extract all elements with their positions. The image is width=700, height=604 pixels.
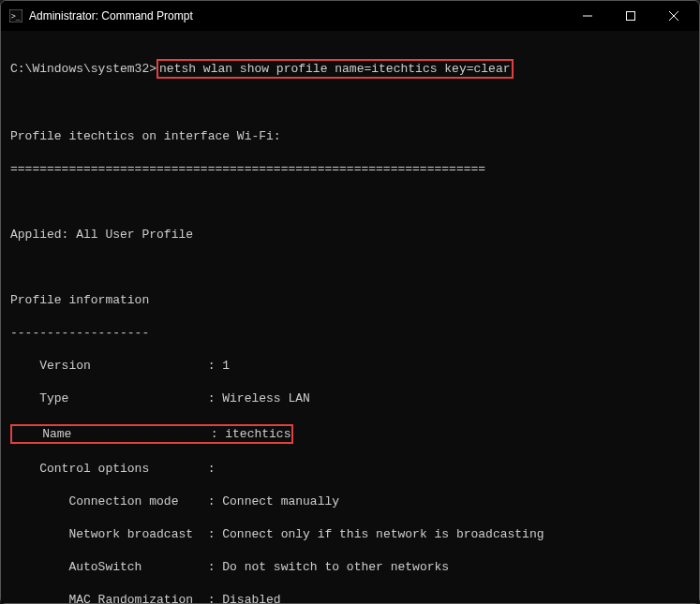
terminal-output[interactable]: C:\Windows\system32>netsh wlan show prof… (1, 31, 699, 603)
prompt: C:\Windows\system32> (10, 62, 156, 76)
info-row: Control options : (10, 461, 690, 478)
command-highlight: netsh wlan show profile name=itechtics k… (156, 59, 513, 80)
titlebar[interactable]: >_ Administrator: Command Prompt (1, 1, 699, 31)
svg-text:>_: >_ (11, 12, 21, 21)
separator: ========================================… (10, 161, 690, 178)
info-row: Type : Wireless LAN (10, 390, 690, 407)
cmd-icon: >_ (8, 8, 23, 23)
info-row: AutoSwitch : Do not switch to other netw… (10, 559, 690, 576)
command-line: C:\Windows\system32>netsh wlan show prof… (10, 59, 690, 80)
close-button[interactable] (652, 1, 695, 31)
profile-header: Profile itechtics on interface Wi-Fi: (10, 128, 690, 145)
blank-line (10, 259, 690, 276)
blank-line (10, 194, 690, 211)
window-title: Administrator: Command Prompt (29, 9, 566, 22)
blank-line (10, 96, 690, 112)
info-row: Connection mode : Connect manually (10, 494, 690, 510)
info-row: MAC Randomization : Disabled (10, 592, 690, 603)
svg-rect-3 (627, 12, 635, 21)
info-row: Version : 1 (10, 358, 690, 375)
applied-line: Applied: All User Profile (10, 227, 690, 243)
section-dashes: ------------------- (10, 325, 690, 342)
section-title: Profile information (10, 292, 690, 309)
maximize-button[interactable] (609, 1, 652, 31)
command-prompt-window: >_ Administrator: Command Prompt C:\Wind… (0, 0, 700, 604)
info-row-highlighted: Name : itechtics (10, 424, 690, 445)
info-row: Network broadcast : Connect only if this… (10, 526, 690, 543)
minimize-button[interactable] (566, 1, 609, 31)
window-controls (566, 1, 695, 31)
